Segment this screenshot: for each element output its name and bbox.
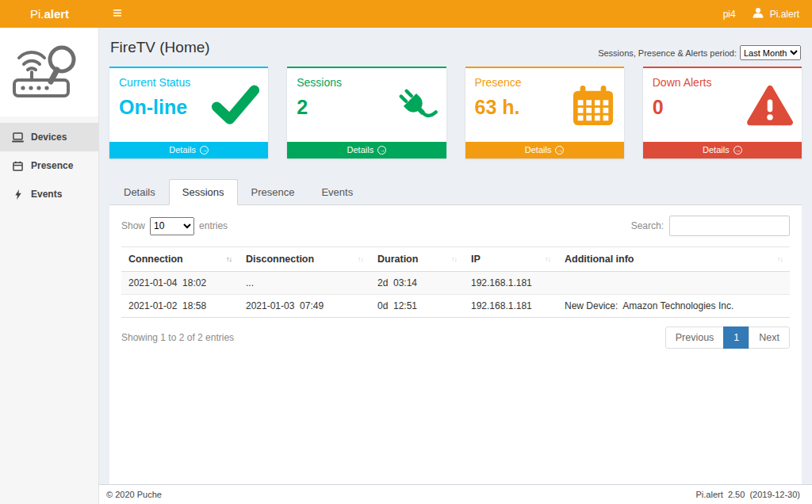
pialert-logo	[10, 36, 89, 109]
sessions-table: Connection↑↓ Disconnection↑↓ Duration↑↓ …	[121, 246, 790, 318]
tab-presence[interactable]: Presence	[238, 179, 308, 205]
period-selector: Sessions, Presence & Alerts period: Last…	[598, 45, 801, 60]
plug-icon	[394, 84, 439, 132]
sidebar-item-events[interactable]: Events	[0, 180, 98, 208]
details-link[interactable]: Details →	[287, 142, 446, 158]
header-additional-info[interactable]: Additional info↑↓	[557, 247, 790, 272]
sidebar-item-label: Presence	[31, 160, 73, 171]
header-disconnection[interactable]: Disconnection↑↓	[239, 247, 370, 272]
details-arrow-icon: →	[377, 146, 386, 155]
previous-page-button[interactable]: Previous	[665, 326, 725, 349]
top-navbar: Pi.alert ≡ pi4 Pi.alert	[0, 0, 812, 28]
next-page-button[interactable]: Next	[749, 326, 790, 349]
warning-icon	[746, 84, 794, 130]
show-label: Show	[121, 220, 145, 231]
version-text: Pi.alert 2.50 (2019-12-30)	[696, 490, 800, 499]
bolt-icon	[12, 189, 24, 200]
details-link[interactable]: Details →	[109, 142, 268, 158]
page-length-select[interactable]: 10	[150, 217, 194, 235]
cell-additional-info	[557, 272, 790, 295]
pagination: Previous 1 Next	[665, 326, 790, 349]
current-status-body: Current Status On-line	[109, 68, 268, 142]
table-row: 2021-01-04 18:02 ... 2d 03:14 192.168.1.…	[121, 272, 790, 295]
cell-ip: 192.168.1.181	[464, 295, 557, 318]
details-label: Details	[525, 142, 552, 158]
presence-body: Presence 63 h.	[465, 68, 624, 142]
copyright-text: © 2020 Puche	[106, 490, 162, 499]
sort-icon: ↑↓	[545, 255, 550, 263]
period-select[interactable]: Last Month	[740, 45, 801, 60]
cell-duration: 0d 12:51	[370, 295, 464, 318]
sidebar-item-presence[interactable]: Presence	[0, 151, 98, 180]
sessions-body: Sessions 2	[287, 68, 446, 142]
sidebar: Devices Presence Events	[0, 28, 99, 504]
hostname-label: pi4	[723, 9, 736, 20]
sort-icon: ↑↓	[358, 255, 363, 263]
sort-icon: ↑↓	[777, 255, 783, 263]
navbar-right: pi4 Pi.alert	[723, 7, 812, 21]
current-status-box: Current Status On-line Details →	[109, 67, 268, 158]
details-arrow-icon: →	[200, 146, 209, 155]
sessions-tab-panel: Show 10 entries Search: Connection↑↓ Dis…	[109, 205, 802, 489]
logo-box	[0, 28, 98, 116]
device-tabs: Details Sessions Presence Events	[109, 179, 802, 205]
period-label: Sessions, Presence & Alerts period:	[598, 48, 737, 58]
details-arrow-icon: →	[555, 146, 564, 155]
sessions-box: Sessions 2 Details →	[287, 67, 446, 158]
sidebar-menu: Devices Presence Events	[0, 123, 98, 208]
page-footer: © 2020 Puche Pi.alert 2.50 (2019-12-30)	[99, 484, 812, 504]
header-duration[interactable]: Duration↑↓	[370, 247, 464, 272]
brand-prefix: Pi.	[30, 7, 44, 21]
datatable-footer: Showing 1 to 2 of 2 entries Previous 1 N…	[121, 326, 790, 349]
sidebar-item-devices[interactable]: Devices	[0, 123, 98, 151]
check-icon	[211, 84, 260, 130]
presence-box: Presence 63 h. Detai	[465, 67, 624, 158]
sidebar-item-label: Events	[31, 189, 62, 200]
cell-duration: 2d 03:14	[370, 272, 464, 295]
devices-icon	[12, 132, 24, 143]
search-control: Search:	[631, 216, 790, 236]
details-link[interactable]: Details →	[643, 142, 802, 158]
details-link[interactable]: Details →	[465, 142, 624, 158]
page-length-control: Show 10 entries	[121, 217, 228, 235]
sidebar-toggle-button[interactable]: ≡	[99, 0, 136, 28]
brand-link[interactable]: Pi.alert	[0, 0, 99, 28]
details-label: Details	[347, 142, 374, 158]
sort-icon: ↑↓	[451, 255, 457, 263]
info-boxes: Current Status On-line Details → Session…	[109, 67, 802, 158]
cell-disconnection: 2021-01-03 07:49	[239, 295, 370, 318]
search-label: Search:	[631, 220, 664, 231]
cell-disconnection: ...	[239, 272, 370, 295]
header-ip[interactable]: IP↑↓	[464, 247, 557, 272]
tab-sessions[interactable]: Sessions	[169, 179, 238, 205]
sort-icon: ↑↓	[226, 255, 232, 263]
cell-connection: 2021-01-02 18:58	[121, 295, 239, 318]
cell-connection: 2021-01-04 18:02	[121, 272, 239, 295]
down-alerts-box: Down Alerts 0 Details →	[643, 67, 802, 158]
tab-details[interactable]: Details	[110, 179, 169, 205]
user-icon	[752, 7, 764, 21]
hamburger-icon: ≡	[113, 4, 122, 21]
table-header-row: Connection↑↓ Disconnection↑↓ Duration↑↓ …	[121, 247, 790, 272]
down-alerts-body: Down Alerts 0	[643, 68, 802, 142]
calendar-small-icon	[12, 161, 24, 171]
details-label: Details	[703, 142, 730, 158]
main-content: FireTV (Home) Sessions, Presence & Alert…	[99, 28, 812, 484]
search-input[interactable]	[669, 216, 790, 236]
user-menu[interactable]: Pi.alert	[752, 7, 799, 21]
user-menu-label: Pi.alert	[770, 9, 799, 20]
table-row: 2021-01-02 18:58 2021-01-03 07:49 0d 12:…	[121, 295, 790, 318]
cell-ip: 192.168.1.181	[464, 272, 557, 295]
tab-events[interactable]: Events	[308, 179, 366, 205]
header-connection[interactable]: Connection↑↓	[121, 247, 239, 272]
sidebar-item-label: Devices	[31, 132, 67, 143]
cell-additional-info: New Device: Amazon Technologies Inc.	[557, 295, 790, 318]
datatable-controls: Show 10 entries Search:	[121, 216, 790, 236]
table-summary: Showing 1 to 2 of 2 entries	[121, 332, 234, 343]
entries-label: entries	[199, 220, 228, 231]
calendar-icon	[570, 84, 616, 130]
details-label: Details	[169, 142, 196, 158]
details-arrow-icon: →	[733, 146, 742, 155]
page-1-button[interactable]: 1	[723, 326, 749, 349]
brand-bold: alert	[44, 7, 69, 21]
